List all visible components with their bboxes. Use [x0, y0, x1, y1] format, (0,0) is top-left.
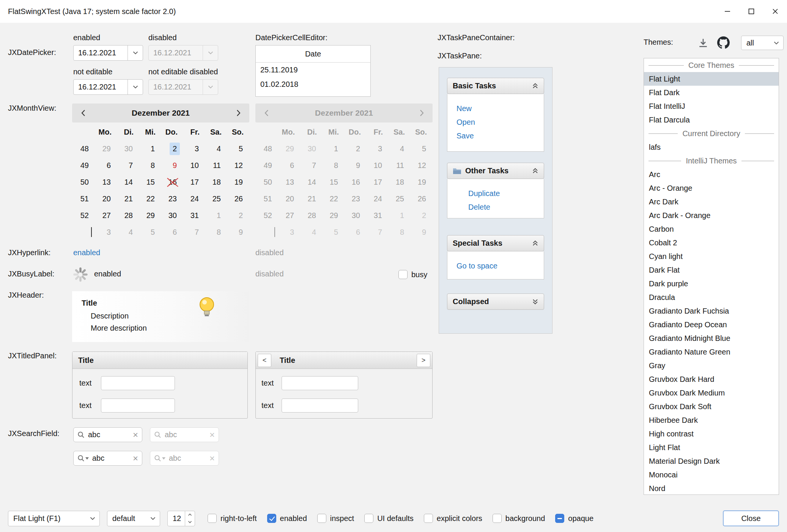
themes-list[interactable]: Core ThemesFlat LightFlat DarkFlat Intel…: [644, 58, 779, 495]
calendar-cell[interactable]: 8: [138, 157, 160, 174]
calendar-cell[interactable]: 4: [204, 140, 226, 157]
option-checkbox[interactable]: UI defaults: [364, 514, 414, 523]
checkbox-box[interactable]: [398, 270, 408, 279]
calendar-cell[interactable]: 7: [116, 157, 138, 174]
theme-list-item[interactable]: Material Design Dark: [644, 454, 779, 468]
calendar-cell[interactable]: 16: [160, 174, 182, 190]
calendar-cell[interactable]: 21: [116, 190, 138, 207]
calendar-cell[interactable]: 3: [94, 224, 116, 240]
theme-list-item[interactable]: Gruvbox Dark Hard: [644, 372, 779, 386]
calendar-cell[interactable]: 11: [204, 157, 226, 174]
calendar-cell[interactable]: 48: [72, 140, 94, 157]
calendar-cell[interactable]: 10: [182, 157, 204, 174]
theme-list-item[interactable]: Gruvbox Dark Medium: [644, 386, 779, 400]
calendar-cell[interactable]: 29: [94, 140, 116, 157]
checkbox-box[interactable]: [317, 514, 326, 523]
theme-list-item[interactable]: Dracula: [644, 290, 779, 304]
spinner-down-icon[interactable]: [185, 518, 195, 526]
calendar-cell[interactable]: 14: [116, 174, 138, 190]
celleditor-table[interactable]: Date 25.11.2019 01.02.2018: [255, 45, 371, 97]
theme-list-item[interactable]: lafs: [644, 140, 779, 154]
task-link-save[interactable]: Save: [447, 129, 544, 143]
theme-list-item[interactable]: Gradianto Deep Ocean: [644, 318, 779, 331]
theme-list-item[interactable]: Nord: [644, 482, 779, 495]
checkbox-box[interactable]: [364, 514, 373, 523]
calendar-cell[interactable]: 7: [182, 224, 204, 240]
calendar-cell[interactable]: 6: [160, 224, 182, 240]
theme-list-item[interactable]: Cobalt 2: [644, 236, 779, 250]
prev-month-icon[interactable]: [72, 104, 94, 122]
calendar-cell[interactable]: 20: [94, 190, 116, 207]
checkbox-box[interactable]: [493, 514, 502, 523]
font-size-spinner[interactable]: 12: [167, 511, 195, 526]
taskpane-header-basic[interactable]: Basic Tasks: [447, 78, 544, 94]
theme-list-item[interactable]: Gray: [644, 359, 779, 372]
checkbox-box[interactable]: [267, 514, 276, 523]
theme-list-item[interactable]: Flat Darcula: [644, 113, 779, 127]
text-field[interactable]: [101, 399, 175, 413]
task-link-duplicate[interactable]: Duplicate: [447, 187, 544, 200]
calendar-cell[interactable]: 3: [182, 140, 204, 157]
dropdown-arrow-icon[interactable]: [127, 46, 143, 60]
spinner-up-icon[interactable]: [185, 511, 195, 519]
calendar-cell[interactable]: 22: [138, 190, 160, 207]
theme-list-item[interactable]: Dark purple: [644, 277, 779, 290]
laf-combo[interactable]: Flat Light (F1): [8, 511, 100, 526]
calendar-cell[interactable]: 27: [94, 207, 116, 224]
calendar-cell[interactable]: 28: [116, 207, 138, 224]
calendar-cell[interactable]: 4: [116, 224, 138, 240]
checkbox-box[interactable]: [208, 514, 217, 523]
table-row[interactable]: 01.02.2018: [256, 77, 370, 91]
calendar-cell[interactable]: 51: [72, 190, 94, 207]
taskpane-header-other[interactable]: Other Tasks: [447, 163, 544, 179]
next-button[interactable]: >: [417, 354, 430, 367]
text-field[interactable]: [101, 376, 175, 390]
search-menu-icon[interactable]: [77, 455, 89, 462]
option-checkbox[interactable]: enabled: [267, 514, 307, 523]
font-combo[interactable]: default: [107, 511, 160, 526]
theme-list-item[interactable]: Flat Dark: [644, 86, 779, 99]
option-checkbox[interactable]: explicit colors: [424, 514, 482, 523]
calendar-cell[interactable]: 25: [204, 190, 226, 207]
theme-list-item[interactable]: Carbon: [644, 222, 779, 236]
theme-list-item[interactable]: Light Flat: [644, 441, 779, 454]
theme-list-item[interactable]: Current Directory: [644, 127, 779, 140]
calendar-cell[interactable]: 13: [94, 174, 116, 190]
expand-chevron-icon[interactable]: [532, 298, 538, 305]
calendar-cell[interactable]: 12: [226, 157, 248, 174]
theme-list-item[interactable]: Gradianto Dark Fuchsia: [644, 304, 779, 318]
github-icon[interactable]: [717, 36, 730, 49]
calendar-cell[interactable]: 30: [160, 207, 182, 224]
calendar-cell[interactable]: 23: [160, 190, 182, 207]
theme-list-item[interactable]: Arc Dark: [644, 195, 779, 209]
datepicker-not-editable[interactable]: 16.12.2021: [73, 79, 143, 95]
calendar-cell[interactable]: 9: [226, 224, 248, 240]
table-row[interactable]: 25.11.2019: [256, 63, 370, 77]
taskpane-header-collapsed[interactable]: Collapsed: [447, 293, 544, 310]
theme-list-item[interactable]: Core Themes: [644, 58, 779, 72]
calendar-cell[interactable]: 19: [226, 174, 248, 190]
calendar-cell[interactable]: 26: [226, 190, 248, 207]
calendar-cell[interactable]: 1: [138, 140, 160, 157]
spinner-buttons[interactable]: [185, 511, 195, 526]
themes-filter-combo[interactable]: all: [741, 36, 784, 50]
taskpane-header-special[interactable]: Special Tasks: [447, 235, 544, 251]
theme-list-item[interactable]: Hiberbee Dark: [644, 413, 779, 427]
calendar-cell[interactable]: 2: [226, 207, 248, 224]
minimize-button[interactable]: [715, 0, 739, 23]
dropdown-arrow-icon[interactable]: [127, 80, 143, 94]
option-checkbox[interactable]: opaque: [555, 514, 593, 523]
next-month-icon[interactable]: [227, 104, 249, 122]
collapse-chevron-icon[interactable]: [532, 168, 538, 174]
calendar-cell[interactable]: 6: [94, 157, 116, 174]
calendar-cell[interactable]: [72, 224, 94, 240]
close-button[interactable]: Close: [723, 510, 779, 526]
theme-list-item[interactable]: Gruvbox Dark Soft: [644, 400, 779, 413]
checkbox-box[interactable]: [555, 514, 564, 523]
option-checkbox[interactable]: background: [493, 514, 545, 523]
calendar-cell[interactable]: 8: [204, 224, 226, 240]
datepicker-enabled[interactable]: 16.12.2021: [73, 45, 143, 61]
text-field[interactable]: [282, 376, 358, 390]
collapse-chevron-icon[interactable]: [532, 240, 538, 246]
clear-icon[interactable]: ×: [133, 430, 138, 439]
